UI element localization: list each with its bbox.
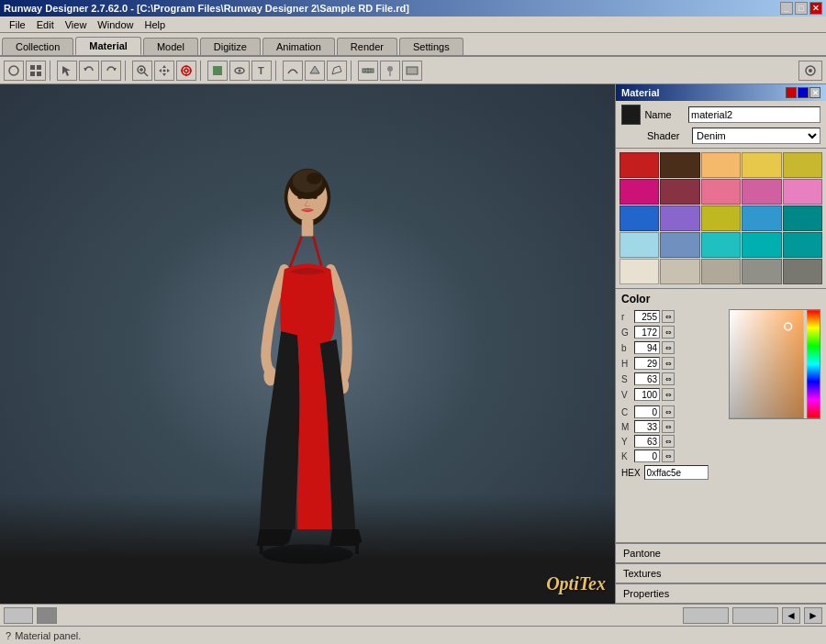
tool-rotate-right[interactable]: [101, 61, 121, 81]
color-swatch-19[interactable]: [783, 232, 822, 258]
color-swatch-7[interactable]: [701, 179, 741, 205]
panel-btn-blue[interactable]: [798, 87, 809, 98]
3d-viewport[interactable]: OptiTex: [0, 84, 615, 604]
tool-move[interactable]: [154, 61, 174, 81]
tab-settings[interactable]: Settings: [399, 38, 463, 55]
nav-next[interactable]: ►: [804, 607, 822, 624]
color-swatch-11[interactable]: [660, 205, 699, 231]
tool-grid[interactable]: [26, 61, 46, 81]
h-arrows[interactable]: ⇔: [662, 357, 675, 370]
tool-box[interactable]: [207, 61, 228, 81]
panel-btn-red[interactable]: [786, 87, 797, 98]
nav-btn-1[interactable]: [683, 607, 729, 624]
r-input[interactable]: [634, 310, 660, 323]
k-arrows[interactable]: ⇔: [662, 450, 675, 462]
s-input[interactable]: [634, 372, 660, 385]
menu-view[interactable]: View: [60, 18, 93, 31]
tool-select[interactable]: [57, 61, 77, 81]
nav-prev[interactable]: ◄: [782, 607, 800, 624]
y-input[interactable]: [634, 435, 660, 448]
r-arrows[interactable]: ⇔: [662, 310, 675, 323]
tab-digitize[interactable]: Digitize: [200, 38, 261, 55]
m-arrows[interactable]: ⇔: [662, 420, 675, 433]
color-panel: Color r ⇔ G ⇔ b: [616, 289, 826, 543]
c-arrows[interactable]: ⇔: [662, 405, 675, 418]
tool-eye[interactable]: [229, 61, 250, 81]
g-arrows[interactable]: ⇔: [662, 326, 675, 339]
k-input[interactable]: [634, 450, 660, 462]
tab-animation[interactable]: Animation: [262, 38, 335, 55]
nav-btn-2[interactable]: [732, 607, 778, 624]
close-button[interactable]: ✕: [809, 2, 822, 15]
color-swatch-22[interactable]: [701, 259, 741, 284]
shader-select[interactable]: Denim Cotton Silk Leather: [692, 128, 820, 144]
color-swatch-10[interactable]: [620, 205, 659, 231]
tab-render[interactable]: Render: [337, 38, 397, 55]
color-swatch-12[interactable]: [701, 205, 741, 231]
tool-circle[interactable]: [4, 61, 24, 81]
hex-row: HEX: [621, 465, 723, 480]
h-input[interactable]: [634, 357, 660, 370]
tool-pin[interactable]: [380, 61, 400, 81]
color-swatch-13[interactable]: [742, 205, 781, 231]
color-picker[interactable]: [729, 309, 820, 419]
color-swatch-15[interactable]: [620, 232, 659, 258]
tab-material[interactable]: Material: [75, 37, 141, 55]
color-swatch-23[interactable]: [742, 259, 781, 284]
maximize-button[interactable]: □: [795, 2, 808, 15]
status-btn-2[interactable]: [37, 607, 57, 624]
menu-window[interactable]: Window: [92, 18, 139, 31]
tool-text[interactable]: T: [251, 61, 272, 81]
color-swatch-20[interactable]: [620, 259, 659, 284]
color-swatch-5[interactable]: [620, 179, 659, 205]
color-swatch-6[interactable]: [660, 179, 699, 205]
tool-measure[interactable]: [358, 61, 378, 81]
tool-edit[interactable]: [327, 61, 347, 81]
color-swatch-16[interactable]: [660, 232, 699, 258]
tool-settings[interactable]: [798, 61, 822, 81]
tab-textures[interactable]: Textures: [616, 563, 826, 583]
s-arrows[interactable]: ⇔: [662, 372, 675, 385]
name-input[interactable]: [688, 106, 820, 123]
color-swatch-24[interactable]: [783, 259, 822, 284]
color-swatch-0[interactable]: [620, 152, 659, 178]
v-arrows[interactable]: ⇔: [662, 388, 675, 401]
color-swatch-9[interactable]: [783, 179, 822, 205]
tab-properties[interactable]: Properties: [616, 583, 826, 604]
m-input[interactable]: [634, 420, 660, 433]
status-btn-1[interactable]: [4, 607, 33, 624]
tool-curve[interactable]: [283, 61, 303, 81]
minimize-button[interactable]: _: [780, 2, 793, 15]
color-swatch-1[interactable]: [660, 152, 699, 178]
tab-collection[interactable]: Collection: [2, 38, 73, 55]
color-swatch-3[interactable]: [742, 152, 781, 178]
tool-shape[interactable]: [305, 61, 325, 81]
menu-help[interactable]: Help: [139, 18, 171, 31]
b-input[interactable]: [634, 341, 660, 354]
color-swatch-2[interactable]: [701, 152, 741, 178]
menu-edit[interactable]: Edit: [31, 18, 60, 31]
panel-btn-close[interactable]: ✕: [809, 87, 820, 98]
c-input[interactable]: [634, 405, 660, 418]
color-preview-swatch[interactable]: [621, 105, 641, 125]
tab-pantone[interactable]: Pantone: [616, 543, 826, 563]
color-swatch-4[interactable]: [783, 152, 822, 178]
tab-model[interactable]: Model: [143, 38, 198, 55]
hex-input[interactable]: [644, 465, 709, 480]
shader-label: Shader: [647, 130, 688, 141]
color-swatch-21[interactable]: [660, 259, 699, 284]
k-slider-row: K ⇔: [621, 449, 723, 463]
b-arrows[interactable]: ⇔: [662, 341, 675, 354]
color-swatch-18[interactable]: [742, 232, 781, 258]
tool-misc[interactable]: [402, 61, 422, 81]
y-arrows[interactable]: ⇔: [662, 435, 675, 448]
menu-file[interactable]: File: [4, 18, 31, 31]
color-swatch-8[interactable]: [742, 179, 781, 205]
tool-zoom-in[interactable]: [132, 61, 152, 81]
tool-target[interactable]: [176, 61, 196, 81]
v-input[interactable]: [634, 388, 660, 401]
tool-rotate-left[interactable]: [79, 61, 99, 81]
color-swatch-17[interactable]: [701, 232, 741, 258]
g-input[interactable]: [634, 326, 660, 339]
color-swatch-14[interactable]: [783, 205, 822, 231]
